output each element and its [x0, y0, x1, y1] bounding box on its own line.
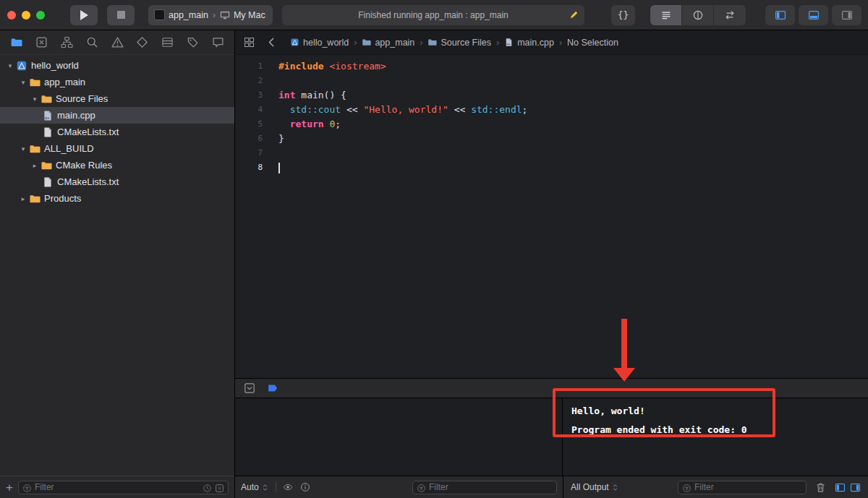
debug-navigator-icon[interactable]: [161, 36, 174, 48]
breadcrumb-separator: ›: [496, 38, 499, 48]
project-icon: [16, 60, 27, 72]
disclosure-triangle-icon[interactable]: ▾: [29, 95, 41, 103]
disclosure-triangle-icon[interactable]: ▸: [17, 195, 29, 202]
panel-toggle-group: [765, 5, 861, 25]
variables-filter-input[interactable]: [429, 482, 553, 492]
project-navigator-icon[interactable]: [10, 36, 22, 48]
trash-icon[interactable]: [815, 482, 826, 493]
console-filter-field[interactable]: [678, 481, 807, 494]
library-button[interactable]: {}: [611, 5, 635, 25]
breadcrumb-item[interactable]: Source Files: [427, 38, 490, 48]
cpp-icon: c+: [42, 110, 54, 121]
recent-files-icon[interactable]: [203, 483, 212, 492]
tree-item-cmakelists-txt[interactable]: CMakeLists.txt: [0, 124, 234, 140]
console-scope-selector[interactable]: All Output: [571, 482, 619, 492]
window-controls: [7, 11, 45, 20]
stop-icon: [117, 11, 125, 19]
breadcrumb: hello_world›app_main›Source Files›c+main…: [290, 38, 618, 48]
test-navigator-icon[interactable]: [136, 36, 148, 48]
show-console-view-icon[interactable]: [850, 482, 861, 493]
zoom-window-button[interactable]: [36, 11, 45, 20]
disclosure-triangle-icon[interactable]: ▾: [4, 62, 16, 69]
symbol-navigator-icon[interactable]: [61, 36, 73, 48]
breadcrumb-item[interactable]: app_main: [362, 38, 414, 48]
filter-icon: [22, 483, 32, 492]
cpp-icon: c+: [504, 38, 514, 47]
app-scheme-icon: [154, 9, 165, 20]
console-filter-input[interactable]: [694, 482, 802, 492]
variables-scope-label: Auto: [241, 482, 259, 492]
code-line: std::cout << "Hello, world!" << std::end…: [278, 103, 868, 117]
folder-icon: [41, 160, 52, 171]
breadcrumb-separator: ›: [420, 38, 422, 48]
breadcrumb-label: No Selection: [567, 38, 618, 48]
toggle-debug-area-icon[interactable]: [799, 5, 828, 25]
disclosure-triangle-icon[interactable]: ▾: [17, 79, 29, 86]
variables-scope-selector[interactable]: Auto: [241, 482, 269, 492]
scm-status-filter-icon[interactable]: [215, 483, 224, 492]
svg-text:c+: c+: [45, 115, 49, 119]
navigator-filter-bar: +: [0, 476, 234, 498]
filter-icon: [682, 483, 692, 492]
doc-icon: [42, 126, 54, 138]
info-icon[interactable]: [300, 482, 310, 492]
toggle-navigator-icon[interactable]: [765, 5, 795, 25]
breakpoints-toggle-icon[interactable]: [267, 382, 278, 394]
back-icon[interactable]: [266, 37, 277, 48]
eye-icon[interactable]: [283, 482, 293, 492]
doc-icon: [42, 176, 54, 188]
navigator-filter-input[interactable]: [35, 482, 200, 492]
breadcrumb-item[interactable]: hello_world: [290, 38, 349, 48]
editor-arrows-icon[interactable]: [714, 5, 746, 25]
jump-bar: hello_world›app_main›Source Files›c+main…: [235, 30, 868, 55]
folder-icon: [29, 143, 41, 155]
chevron-separator: ›: [213, 10, 216, 20]
svg-text:c+: c+: [507, 42, 511, 46]
scheme-selector[interactable]: app_main › My Mac: [148, 5, 273, 25]
tree-item-label: Products: [44, 193, 81, 204]
show-variables-view-icon[interactable]: [835, 482, 846, 493]
project-icon: [290, 38, 299, 47]
close-window-button[interactable]: [7, 11, 16, 20]
run-button[interactable]: [70, 5, 98, 25]
hide-debug-area-button[interactable]: [244, 382, 255, 394]
tree-item-cmake-rules[interactable]: ▸CMake Rules: [0, 157, 234, 173]
tree-item-hello-world[interactable]: ▾hello_world: [0, 57, 234, 74]
debug-bar: [235, 378, 868, 398]
code-line: }: [278, 132, 868, 146]
console-line: Hello, world!: [571, 402, 868, 421]
source-editor[interactable]: 12345678 #include <iostream>int main() {…: [235, 55, 868, 378]
report-navigator-icon[interactable]: [212, 36, 224, 48]
editor-circle-icon[interactable]: [682, 5, 714, 25]
find-navigator-icon[interactable]: [86, 36, 98, 48]
editor-list-icon[interactable]: [650, 5, 682, 25]
disclosure-triangle-icon[interactable]: ▾: [17, 145, 29, 153]
breakpoint-navigator-icon[interactable]: [187, 36, 199, 48]
source-control-navigator-icon[interactable]: [35, 36, 48, 48]
variables-filter-field[interactable]: [412, 481, 557, 494]
tree-item-all-build[interactable]: ▾ALL_BUILD: [0, 140, 234, 157]
text-cursor: [278, 163, 280, 173]
console-output[interactable]: Hello, world!Program ended with exit cod…: [563, 398, 868, 476]
line-number: 7: [235, 146, 263, 160]
tree-item-app-main[interactable]: ▾app_main: [0, 74, 234, 90]
debug-area: Hello, world!Program ended with exit cod…: [235, 398, 868, 476]
related-items-icon[interactable]: [244, 37, 255, 48]
toggle-inspectors-icon[interactable]: [832, 5, 861, 25]
navigator-filter-field[interactable]: [18, 481, 229, 494]
tree-item-main-cpp[interactable]: c+main.cpp: [0, 107, 234, 124]
breadcrumb-item[interactable]: No Selection: [567, 38, 618, 48]
line-number: 4: [235, 103, 263, 117]
breadcrumb-item[interactable]: c+main.cpp: [504, 38, 554, 48]
tree-item-cmakelists-txt[interactable]: CMakeLists.txt: [0, 173, 234, 190]
add-button[interactable]: +: [6, 481, 13, 494]
tree-item-products[interactable]: ▸Products: [0, 190, 234, 207]
disclosure-triangle-icon[interactable]: ▸: [29, 162, 41, 169]
tree-item-source-files[interactable]: ▾Source Files: [0, 90, 234, 107]
code-line: [278, 146, 868, 160]
variables-view[interactable]: [235, 398, 563, 476]
line-number: 6: [235, 132, 263, 146]
minimize-window-button[interactable]: [22, 11, 30, 20]
stop-button[interactable]: [107, 5, 135, 25]
issue-navigator-icon[interactable]: [111, 36, 124, 48]
